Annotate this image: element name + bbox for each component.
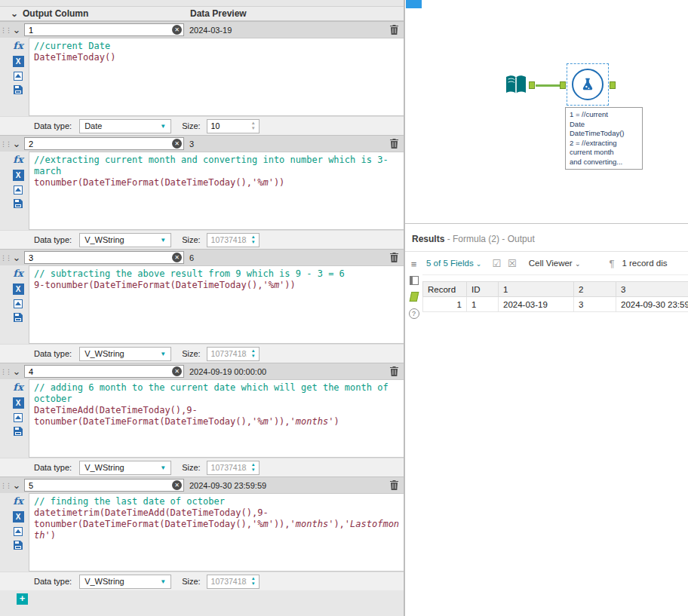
output-column-input[interactable] — [24, 137, 184, 150]
data-preview-value: 3 — [184, 139, 384, 149]
connection-line[interactable] — [536, 84, 561, 87]
formula-output-anchor[interactable] — [610, 81, 616, 89]
columns-icon[interactable]: X — [13, 511, 24, 523]
collapse-chevron-icon[interactable]: ⌄ — [9, 24, 24, 35]
drag-handle-icon[interactable]: ⋮⋮ — [0, 140, 9, 148]
functions-icon[interactable]: fx — [13, 382, 23, 393]
delete-row-icon[interactable] — [384, 253, 404, 262]
row-gutter — [0, 152, 8, 230]
cell-3: 2024-09-30 23:59 — [616, 297, 688, 312]
clear-column-icon[interactable]: ✕ — [172, 25, 182, 35]
columns-icon[interactable]: X — [13, 283, 24, 295]
data-type-value: V_WString — [84, 349, 124, 358]
whitespace-toggle-icon[interactable]: ¶ — [609, 258, 614, 269]
data-type-value: V_WString — [84, 235, 124, 244]
data-type-label: Data type: — [34, 463, 72, 472]
data-type-dropdown[interactable]: V_WString ▼ — [79, 233, 171, 247]
row-gutter — [0, 38, 8, 116]
row-gutter — [0, 379, 8, 458]
functions-icon[interactable]: fx — [13, 40, 23, 51]
functions-icon[interactable]: fx — [13, 495, 23, 507]
columns-icon[interactable]: X — [13, 170, 24, 181]
drag-handle-icon[interactable]: ⋮⋮ — [0, 482, 9, 489]
recent-expressions-icon[interactable] — [14, 299, 23, 308]
formula-config-panel: ⌄ Output Column Data Preview ⋮⋮ ⌄ ✕ 2024… — [0, 0, 405, 616]
expression-editor[interactable]: // subtracting the above result from 9 w… — [29, 265, 404, 344]
save-expression-icon[interactable] — [14, 313, 23, 322]
column-header-1[interactable]: 1 — [499, 282, 574, 297]
data-type-dropdown[interactable]: V_WString ▼ — [79, 461, 171, 475]
data-type-dropdown[interactable]: V_WString ▼ — [79, 575, 171, 589]
output-column-input[interactable] — [24, 251, 184, 264]
recent-expressions-icon[interactable] — [14, 527, 23, 536]
save-expression-icon[interactable] — [14, 85, 23, 94]
data-type-dropdown[interactable]: V_WString ▼ — [79, 347, 171, 361]
input-output-anchor[interactable] — [529, 81, 535, 89]
size-spinner[interactable]: ▲▼ — [248, 120, 259, 133]
output-column-input[interactable] — [24, 479, 184, 492]
recent-expressions-icon[interactable] — [14, 413, 23, 422]
layout-icon[interactable] — [410, 276, 419, 285]
expression-toolbar: fx X — [8, 265, 29, 344]
select-all-icon[interactable]: ☑ — [492, 258, 501, 269]
column-header-3[interactable]: 3 — [616, 282, 688, 297]
delete-row-icon[interactable] — [384, 480, 404, 490]
column-header-2[interactable]: 2 — [574, 282, 616, 297]
functions-icon[interactable]: fx — [13, 268, 23, 279]
output-column-input[interactable] — [24, 365, 184, 378]
formula-row-body: fx X // adding 6 month to the current da… — [0, 379, 404, 458]
formula-row-body: fx X // subtracting the above result fro… — [0, 265, 404, 344]
collapse-chevron-icon[interactable]: ⌄ — [9, 366, 24, 377]
data-type-dropdown[interactable]: Date ▼ — [79, 119, 171, 133]
formula-row-5: ⋮⋮ ⌄ ✕ 2024-09-30 23:59:59 fx X // findi… — [0, 477, 404, 590]
expression-editor[interactable]: // finding the last date of octoberdatet… — [29, 493, 404, 572]
expression-editor[interactable]: //extracting current month and convertin… — [29, 152, 404, 230]
cell-viewer-dropdown[interactable]: Cell Viewer ⌄ — [529, 259, 581, 268]
deselect-all-icon[interactable]: ☒ — [508, 258, 517, 269]
drag-handle-icon[interactable]: ⋮⋮ — [0, 26, 9, 34]
collapse-chevron-icon[interactable]: ⌄ — [9, 138, 24, 149]
save-expression-icon[interactable] — [14, 427, 23, 436]
size-spinner[interactable]: ▲▼ — [248, 575, 259, 588]
expression-editor[interactable]: //current DateDateTimeToday() — [29, 38, 404, 116]
functions-icon[interactable]: fx — [13, 154, 23, 165]
results-panel: Results - Formula (2) - Output ≡ ? 5 of … — [405, 223, 688, 616]
output-column-input[interactable] — [24, 23, 184, 36]
drag-handle-icon[interactable]: ⋮⋮ — [0, 254, 9, 262]
tool-annotation[interactable]: 1 = //currentDateDateTimeToday()2 = //ex… — [565, 107, 643, 170]
workflow-canvas[interactable]: 1 = //currentDateDateTimeToday()2 = //ex… — [405, 0, 688, 223]
collapse-chevron-icon[interactable]: ⌄ — [9, 480, 24, 491]
clear-column-icon[interactable]: ✕ — [172, 366, 182, 376]
drag-handle-icon[interactable]: ⋮⋮ — [0, 368, 9, 375]
size-label: Size: — [182, 577, 200, 586]
save-expression-icon[interactable] — [14, 541, 23, 550]
collapse-all-chevron-icon[interactable]: ⌄ — [6, 8, 23, 19]
output-anchor-icon[interactable] — [409, 292, 419, 302]
help-icon[interactable]: ? — [409, 308, 419, 319]
clear-column-icon[interactable]: ✕ — [172, 253, 182, 262]
save-expression-icon[interactable] — [14, 199, 23, 208]
size-spinner[interactable]: ▲▼ — [248, 234, 259, 247]
fields-dropdown[interactable]: 5 of 5 Fields ⌄ — [426, 259, 481, 268]
input-data-tool[interactable] — [503, 72, 529, 98]
columns-icon[interactable]: X — [13, 397, 24, 409]
size-spinner[interactable]: ▲▼ — [248, 348, 259, 360]
formula-input-anchor[interactable] — [560, 81, 566, 89]
delete-row-icon[interactable] — [384, 366, 404, 376]
size-spinner[interactable]: ▲▼ — [248, 461, 259, 474]
expression-editor[interactable]: // adding 6 month to the current date wh… — [29, 379, 404, 458]
configuration-icon[interactable]: ≡ — [411, 259, 417, 269]
formula-tool-selected[interactable] — [567, 63, 609, 106]
column-header-id[interactable]: ID — [467, 282, 499, 297]
clear-column-icon[interactable]: ✕ — [172, 139, 182, 149]
cell-1: 2024-03-19 — [499, 297, 574, 312]
column-header-record[interactable]: Record — [423, 282, 467, 297]
collapse-chevron-icon[interactable]: ⌄ — [9, 252, 24, 263]
recent-expressions-icon[interactable] — [14, 185, 23, 195]
add-column-button[interactable]: + — [17, 593, 28, 605]
recent-expressions-icon[interactable] — [14, 72, 23, 81]
delete-row-icon[interactable] — [384, 25, 404, 35]
columns-icon[interactable]: X — [13, 56, 24, 67]
clear-column-icon[interactable]: ✕ — [172, 480, 182, 490]
delete-row-icon[interactable] — [384, 139, 404, 149]
